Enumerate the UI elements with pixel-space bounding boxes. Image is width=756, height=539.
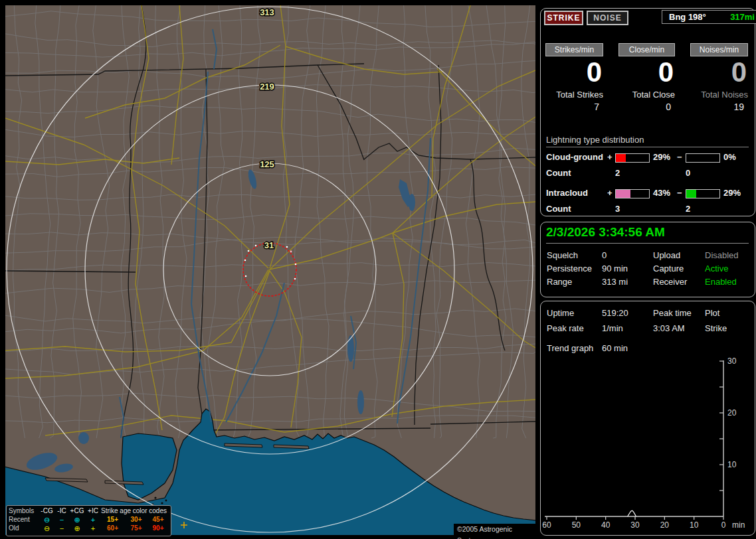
- trend-axis-label: 10: [690, 520, 699, 530]
- strikes-counter-column: Strikes/min 0 Total Strikes 7: [545, 43, 603, 112]
- legend-age-title: Strike age color codes: [101, 507, 168, 515]
- noise-button[interactable]: NOISE: [587, 11, 628, 25]
- total-strikes-value: 7: [545, 102, 603, 112]
- ring-label-219: 219: [260, 82, 274, 92]
- bearing-label: Bng 198°: [669, 12, 706, 22]
- age-code-75: 75+: [124, 524, 148, 532]
- trend-axis-label: 10: [727, 460, 737, 469]
- trend-axis-label: 30: [630, 520, 640, 530]
- count-label: Count: [546, 204, 571, 214]
- intracloud-row: Intracloud + 43% − 29%: [541, 188, 755, 198]
- age-code-45: 45+: [148, 516, 168, 524]
- trend-axis-label: 60: [542, 520, 551, 530]
- legend-col-pos-ic: +IC: [85, 507, 101, 515]
- legend-col-neg-cg: -CG: [39, 507, 54, 515]
- status-panel: 2/3/2026 3:34:56 AM Squelch 0 Upload Dis…: [540, 222, 755, 297]
- ic-positive-bar: [615, 189, 650, 198]
- ic-negative-pct: 29%: [723, 188, 741, 198]
- intracloud-label: Intracloud: [546, 188, 588, 198]
- map-legend: Symbols -CG -IC +CG +IC Strike age color…: [6, 505, 171, 536]
- bearing-range-value: 317mi: [730, 12, 755, 22]
- old-pos-cg-icon: ⊕: [69, 524, 85, 532]
- uptime-value: 519:20: [602, 308, 628, 318]
- datetime-display: 2/3/2026 3:34:56 AM: [546, 225, 665, 240]
- ring-label-313: 313: [260, 7, 274, 17]
- trend-graph-window: 60 min: [602, 343, 628, 353]
- ic-positive-count: 3: [615, 204, 620, 214]
- recent-neg-cg-icon: ⊖: [39, 516, 54, 524]
- old-neg-cg-icon: ⊖: [39, 524, 54, 532]
- peak-time-label: Peak time: [653, 308, 692, 318]
- noises-per-min-button[interactable]: Noises/min: [690, 43, 748, 56]
- divider: [546, 243, 749, 244]
- cg-positive-pct: 29%: [653, 152, 670, 162]
- plus-sign: +: [607, 152, 613, 162]
- age-code-15: 15+: [101, 516, 124, 524]
- total-close-label: Total Close: [618, 90, 675, 100]
- trend-axis-label: 20: [660, 520, 670, 530]
- close-counter-column: Close/min 0 Total Close 0: [618, 43, 675, 112]
- age-code-60: 60+: [101, 524, 124, 532]
- upload-label: Upload: [653, 250, 680, 260]
- ring-label-125: 125: [260, 159, 274, 169]
- trend-panel: Uptime 519:20 Peak time Plot Peak rate 1…: [540, 301, 755, 536]
- bearing-display: Bng 198° 317mi: [662, 10, 756, 24]
- trend-axis-label: 30: [727, 356, 737, 366]
- peak-time-value: 3:03 AM: [653, 323, 685, 333]
- plot-label: Plot: [705, 308, 719, 318]
- recent-pos-cg-icon: ⊕: [69, 516, 85, 524]
- trend-axis-label: 0: [721, 520, 726, 530]
- cg-positive-bar: [615, 153, 650, 163]
- strikes-per-min-button[interactable]: Strikes/min: [545, 43, 603, 56]
- total-noises-value: 19: [690, 102, 748, 112]
- trend-axis-label: 40: [601, 520, 611, 530]
- ic-positive-pct: 43%: [653, 188, 670, 198]
- cloud-ground-row: Cloud-ground + 29% − 0%: [541, 152, 755, 163]
- total-strikes-label: Total Strikes: [545, 90, 603, 100]
- old-neg-ic-icon: −: [54, 524, 69, 532]
- trend-peak-bump: [628, 510, 636, 516]
- trend-axis-label: min: [732, 520, 745, 530]
- recent-neg-ic-icon: −: [54, 516, 69, 524]
- receiver-label: Receiver: [653, 277, 687, 287]
- range-label: Range: [547, 277, 572, 287]
- squelch-label: Squelch: [547, 250, 578, 260]
- total-close-value: 0: [618, 102, 675, 112]
- minus-sign: −: [677, 188, 682, 198]
- capture-label: Capture: [653, 264, 684, 273]
- persistence-value: 90 min: [602, 264, 628, 273]
- range-value: 313 mi: [602, 277, 628, 287]
- trend-graph: 3020106050403020100min: [541, 354, 755, 535]
- strike-button[interactable]: STRIKE: [544, 11, 583, 25]
- uptime-label: Uptime: [547, 308, 574, 318]
- upload-status: Disabled: [705, 250, 739, 260]
- count-label: Count: [546, 168, 571, 178]
- copyright-label: ©2005 Astrogenic Systems: [454, 524, 539, 535]
- close-per-min-value: 0: [618, 57, 675, 88]
- recent-pos-ic-icon: +: [85, 516, 101, 524]
- ic-negative-count: 2: [686, 204, 690, 214]
- old-pos-ic-icon: +: [85, 524, 101, 532]
- age-code-30: 30+: [124, 516, 148, 524]
- cg-positive-count: 2: [615, 168, 620, 178]
- capture-status: Active: [705, 264, 728, 273]
- lightning-map[interactable]: 313 219 125 31: [5, 5, 535, 535]
- legend-col-pos-cg: +CG: [69, 507, 85, 515]
- cloud-ground-label: Cloud-ground: [546, 152, 603, 162]
- peak-rate-value: 1/min: [602, 323, 623, 333]
- intracloud-count-row: Count 3 2: [541, 204, 755, 214]
- legend-symbols-label: Symbols: [9, 507, 39, 515]
- noises-counter-column: Noises/min 0 Total Noises 19: [690, 43, 748, 112]
- peak-rate-label: Peak rate: [547, 323, 584, 333]
- close-per-min-button[interactable]: Close/min: [618, 43, 675, 56]
- trend-graph-label: Trend graph: [547, 343, 593, 353]
- receiver-status: Enabled: [705, 277, 737, 287]
- trend-axis-label: 20: [727, 408, 737, 418]
- cg-negative-pct: 0%: [723, 152, 736, 162]
- noises-per-min-value: 0: [690, 57, 748, 88]
- cloud-ground-count-row: Count 2 0: [541, 168, 755, 179]
- trend-axis-label: 50: [572, 520, 581, 530]
- total-noises-label: Total Noises: [690, 90, 748, 100]
- persistence-label: Persistence: [547, 264, 592, 273]
- cg-negative-bar: [686, 153, 720, 163]
